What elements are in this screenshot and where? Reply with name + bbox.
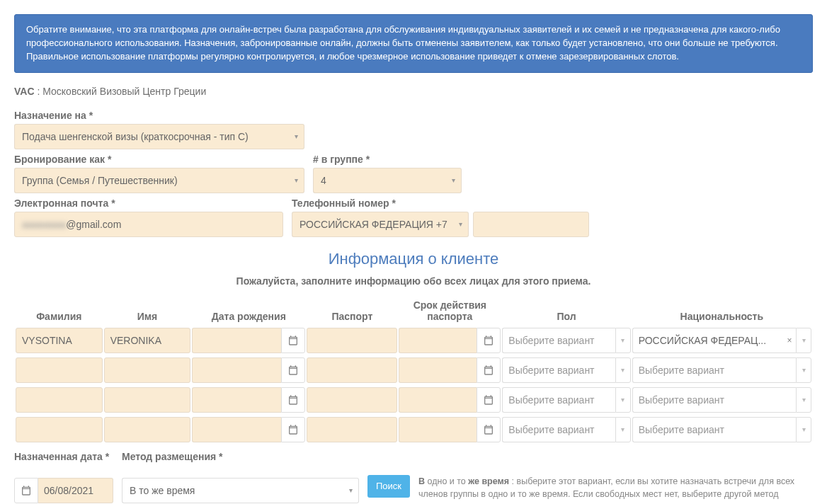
chevron-down-icon: ▾ <box>796 417 811 442</box>
chevron-down-icon: ▾ <box>615 417 631 442</box>
firstname-field[interactable] <box>104 387 191 413</box>
select-appointment-for-value: Подача шенгенской визы (краткосрочная - … <box>14 124 289 149</box>
section-title: Информация о клиенте <box>14 250 813 268</box>
vac-label: VAC <box>14 86 35 97</box>
passport-field[interactable] <box>307 387 397 413</box>
chevron-down-icon: ▾ <box>453 212 469 237</box>
passport-exp-field[interactable] <box>399 357 477 383</box>
vac-line: VAC : Московский Визовый Центр Греции <box>14 86 813 97</box>
table-row: Выберите вариант▾Выберите вариант▾ <box>16 417 811 442</box>
th-passport: Паспорт <box>307 299 397 323</box>
nationality-value: РОССИЙСКАЯ ФЕДЕРАЦ... <box>632 328 783 353</box>
select-booking-as[interactable]: Группа (Семья / Путешественник) ▾ <box>14 168 304 193</box>
th-gender: Пол <box>502 299 630 323</box>
clear-icon[interactable]: × <box>783 328 796 353</box>
label-group-count: # в группе * <box>313 154 462 165</box>
help-mid1: одно и то <box>425 476 468 486</box>
nationality-select[interactable]: Выберите вариант▾ <box>632 387 811 413</box>
th-passport-exp: Срок действия паспорта <box>399 299 501 323</box>
calendar-icon <box>287 335 299 346</box>
select-allocation-method-value: В то же время <box>122 478 343 503</box>
email-blurred-part: aaaaaaaa <box>22 219 66 230</box>
gender-value: Выберите вариант <box>502 357 615 383</box>
calendar-icon <box>287 424 299 435</box>
calendar-button[interactable] <box>281 357 305 383</box>
calendar-icon <box>483 394 494 406</box>
chevron-down-icon: ▾ <box>615 357 631 383</box>
chevron-down-icon: ▾ <box>615 328 631 353</box>
table-row: Выберите вариант▾Выберите вариант▾ <box>16 357 811 383</box>
gender-select[interactable]: Выберите вариант▾ <box>502 328 630 353</box>
section-subtitle: Пожалуйста, заполните информацию обо все… <box>14 275 813 287</box>
allocation-help-text: В одно и то же время : выберите этот вар… <box>418 451 813 504</box>
nationality-select[interactable]: РОССИЙСКАЯ ФЕДЕРАЦ...×▾ <box>632 328 811 353</box>
appointed-date-field[interactable]: 06/08/2021 <box>38 478 113 503</box>
clients-table: Фамилия Имя Дата рождения Паспорт Срок д… <box>14 295 813 447</box>
passport-exp-field[interactable] <box>399 387 477 413</box>
chevron-down-icon: ▾ <box>796 387 811 413</box>
calendar-button[interactable] <box>477 357 501 383</box>
calendar-button[interactable] <box>477 387 501 413</box>
passport-field[interactable] <box>307 328 397 353</box>
calendar-icon <box>483 365 494 376</box>
select-group-count[interactable]: 4 ▾ <box>313 168 462 193</box>
firstname-field[interactable] <box>104 417 191 442</box>
gender-select[interactable]: Выберите вариант▾ <box>502 357 630 383</box>
select-appointment-for[interactable]: Подача шенгенской визы (краткосрочная - … <box>14 124 304 149</box>
dob-field[interactable] <box>192 357 281 383</box>
passport-exp-field[interactable] <box>399 328 477 353</box>
calendar-button[interactable] <box>281 417 305 442</box>
calendar-button[interactable] <box>477 328 501 353</box>
calendar-icon <box>483 424 494 435</box>
calendar-icon <box>287 394 299 406</box>
lastname-field[interactable]: VYSOTINA <box>16 328 103 353</box>
nationality-select[interactable]: Выберите вариант▾ <box>632 357 811 383</box>
calendar-button[interactable] <box>281 328 305 353</box>
th-firstname: Имя <box>104 299 191 323</box>
firstname-field[interactable]: VERONIKA <box>104 328 191 353</box>
help-bold1: В <box>418 476 425 486</box>
label-booking-as: Бронирование как * <box>14 154 304 165</box>
passport-field[interactable] <box>307 357 397 383</box>
table-row: Выберите вариант▾Выберите вариант▾ <box>16 387 811 413</box>
passport-field[interactable] <box>307 417 397 442</box>
label-email: Электронная почта * <box>14 197 283 209</box>
lastname-field[interactable] <box>16 387 103 413</box>
select-group-count-value: 4 <box>313 168 446 193</box>
search-button[interactable]: Поиск <box>367 475 410 498</box>
chevron-down-icon: ▾ <box>289 168 304 193</box>
label-appointment-for: Назначение на * <box>14 110 304 121</box>
nationality-value: Выберите вариант <box>632 357 796 383</box>
phone-number-field[interactable] <box>473 212 589 237</box>
passport-exp-field[interactable] <box>399 417 477 442</box>
gender-select[interactable]: Выберите вариант▾ <box>502 387 630 413</box>
calendar-icon <box>21 485 32 496</box>
chevron-down-icon: ▾ <box>796 328 811 353</box>
dob-field[interactable] <box>192 417 281 442</box>
calendar-button[interactable] <box>477 417 501 442</box>
label-appointed-date: Назначенная дата * <box>14 451 113 475</box>
email-field[interactable]: aaaaaaaa @gmail.com <box>14 212 283 237</box>
dob-field[interactable] <box>192 328 281 353</box>
select-phone-country[interactable]: РОССИЙСКАЯ ФЕДЕРАЦИЯ +7 ▾ <box>292 212 469 237</box>
firstname-field[interactable] <box>104 357 191 383</box>
gender-select[interactable]: Выберите вариант▾ <box>502 417 630 442</box>
lastname-field[interactable] <box>16 417 103 442</box>
calendar-icon <box>287 365 299 376</box>
info-alert: Обратите внимание, что эта платформа для… <box>14 14 813 73</box>
calendar-button[interactable] <box>281 387 305 413</box>
table-row: VYSOTINAVERONIKAВыберите вариант▾РОССИЙС… <box>16 328 811 353</box>
email-value: @gmail.com <box>66 219 121 230</box>
chevron-down-icon: ▾ <box>343 478 359 503</box>
chevron-down-icon: ▾ <box>796 357 811 383</box>
vac-value: Московский Визовый Центр Греции <box>42 86 206 97</box>
nationality-select[interactable]: Выберите вариант▾ <box>632 417 811 442</box>
gender-value: Выберите вариант <box>502 417 615 442</box>
th-nationality: Национальность <box>632 299 811 323</box>
th-dob: Дата рождения <box>192 299 305 323</box>
nationality-value: Выберите вариант <box>632 387 796 413</box>
lastname-field[interactable] <box>16 357 103 383</box>
dob-field[interactable] <box>192 387 281 413</box>
select-allocation-method[interactable]: В то же время ▾ <box>122 478 359 503</box>
calendar-button[interactable] <box>14 478 38 503</box>
